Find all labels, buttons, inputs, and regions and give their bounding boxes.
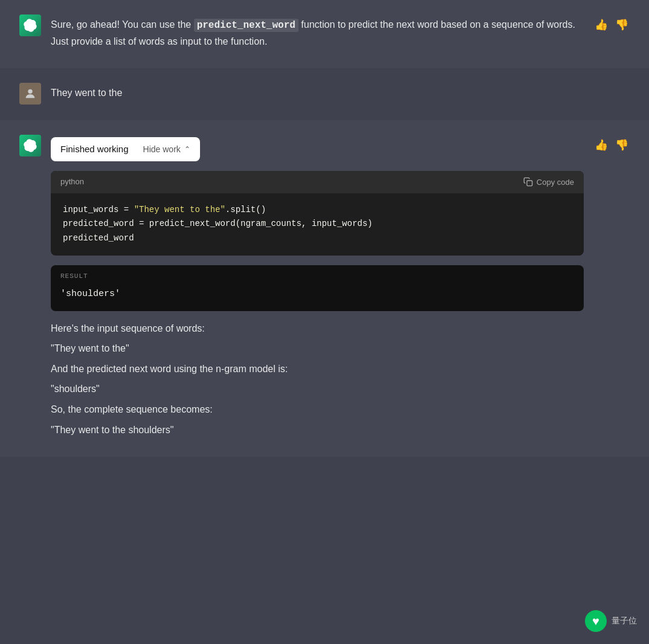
thumbs-area-3: 👍 👎: [593, 135, 630, 153]
svg-rect-1: [527, 181, 532, 186]
wechat-icon: ♥: [585, 610, 607, 632]
code-block: python Copy code input_words = "They wen…: [51, 171, 584, 256]
copy-code-button[interactable]: Copy code: [523, 177, 574, 187]
chevron-up-icon: ⌃: [184, 145, 190, 153]
paragraph-4: "shoulders": [51, 381, 584, 397]
message-1-content: Sure, go ahead! You can use the predict_…: [51, 14, 584, 54]
code-block-body: input_words = "They went to the".split()…: [51, 193, 584, 256]
code-line-1: input_words = "They went to the".split(): [63, 203, 572, 217]
code-language-label: python: [60, 176, 84, 188]
inline-code: predict_next_word: [194, 19, 299, 32]
message-1-text: Sure, go ahead! You can use the predict_…: [51, 17, 584, 49]
thumbs-area-1: 👍 👎: [593, 14, 630, 33]
watermark: ♥ 量子位: [585, 610, 637, 632]
thumbs-up-button[interactable]: 👍: [593, 17, 609, 33]
thumbs-down-button[interactable]: 👎: [614, 17, 630, 33]
code-string-1: "They went to the": [134, 205, 225, 214]
paragraph-6: "They went to the shoulders": [51, 422, 584, 438]
watermark-text: 量子位: [612, 616, 637, 626]
message-2-text: They went to the: [51, 85, 630, 101]
code-line-3: predicted_word: [63, 231, 572, 246]
result-body: 'shoulders': [51, 285, 584, 311]
result-header: RESULT: [51, 265, 584, 285]
message-3: Finished working Hide work ⌃ python Copy…: [0, 120, 649, 457]
thumbs-down-button-3[interactable]: 👎: [614, 137, 630, 153]
thumbs-up-button-3[interactable]: 👍: [593, 137, 609, 153]
svg-point-0: [28, 89, 32, 94]
user-avatar: [19, 83, 41, 105]
paragraph-5: So, the complete sequence becomes:: [51, 402, 584, 417]
copy-code-label: Copy code: [537, 178, 574, 187]
gpt-avatar: [19, 14, 41, 36]
finished-working-label: Finished working: [60, 142, 129, 156]
paragraph-3: And the predicted next word using the n-…: [51, 361, 584, 377]
message-2: They went to the: [0, 68, 649, 120]
message-3-content: Finished working Hide work ⌃ python Copy…: [51, 135, 584, 442]
hide-work-label: Hide work: [143, 144, 181, 154]
message-2-content: They went to the: [51, 83, 630, 106]
gpt-avatar-2: [19, 135, 41, 156]
paragraph-2: "They went to the": [51, 341, 584, 356]
paragraph-1: Here's the input sequence of words:: [51, 321, 584, 336]
message-1: Sure, go ahead! You can use the predict_…: [0, 0, 649, 68]
finished-working-bar: Finished working Hide work ⌃: [51, 137, 200, 161]
result-block: RESULT 'shoulders': [51, 265, 584, 311]
hide-work-button[interactable]: Hide work ⌃: [143, 144, 190, 154]
code-block-header: python Copy code: [51, 171, 584, 193]
code-line-2: predicted_word = predict_next_word(ngram…: [63, 217, 572, 231]
